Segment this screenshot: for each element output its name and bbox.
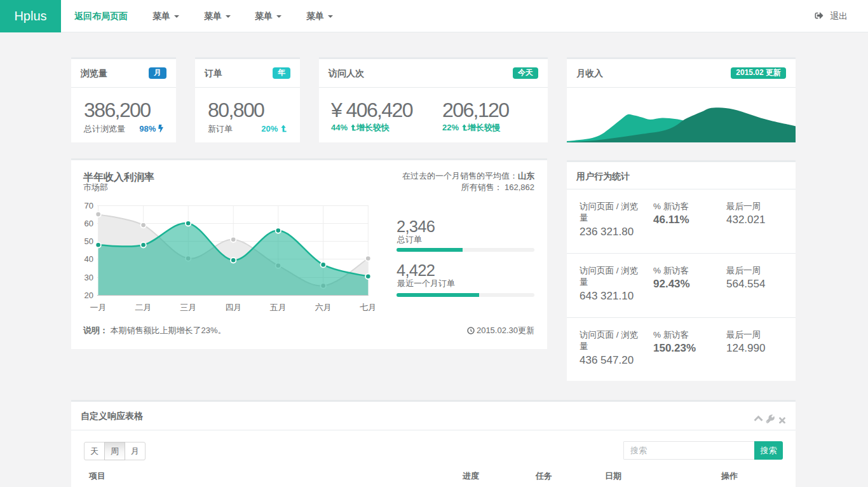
svg-text:30: 30: [85, 273, 93, 282]
svg-text:一月: 一月: [90, 303, 107, 312]
svg-text:50: 50: [85, 237, 93, 246]
svg-text:20: 20: [85, 291, 93, 300]
svg-text:40: 40: [85, 254, 93, 264]
svg-text:二月: 二月: [135, 303, 152, 312]
svg-text:六月: 六月: [315, 303, 332, 312]
svg-text:七月: 七月: [360, 303, 376, 312]
svg-text:70: 70: [85, 201, 93, 210]
svg-text:五月: 五月: [270, 303, 287, 312]
svg-text:四月: 四月: [225, 303, 241, 312]
svg-text:三月: 三月: [180, 303, 196, 312]
svg-text:60: 60: [85, 219, 93, 228]
